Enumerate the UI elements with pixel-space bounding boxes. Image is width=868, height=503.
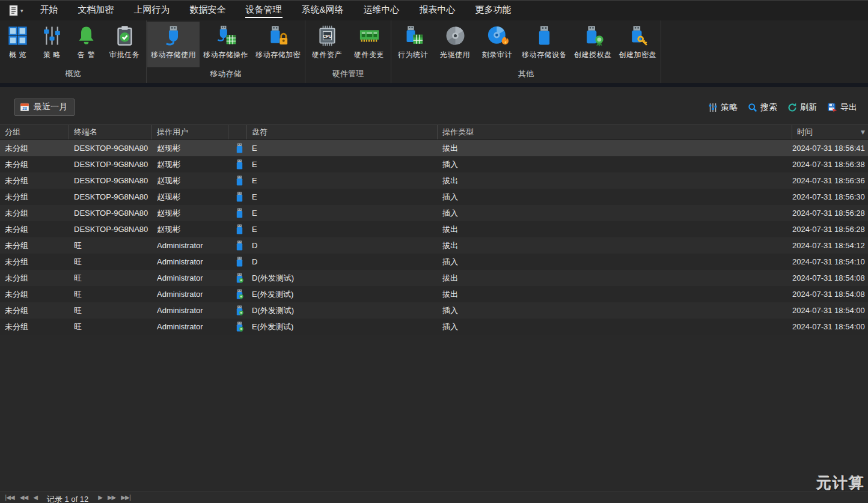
menu-item[interactable]: 上网行为 — [133, 1, 171, 20]
table-row[interactable]: 未分组旺AdministratorE(外发测试)插入2024-07-31 18:… — [0, 319, 868, 335]
table-row[interactable]: 未分组旺AdministratorD插入2024-07-31 18:54:10 — [0, 254, 868, 270]
search-icon — [748, 103, 757, 112]
table-body: 未分组DESKTOP-9G8NA80赵现彬E拔出2024-07-31 18:56… — [0, 140, 868, 335]
table-row[interactable]: 未分组旺AdministratorD(外发测试)插入2024-07-31 18:… — [0, 302, 868, 319]
menu-item[interactable]: 系统&网络 — [301, 1, 344, 20]
table-row[interactable]: 未分组旺AdministratorD拔出2024-07-31 18:54:12 — [0, 237, 868, 254]
search-button[interactable]: 搜索 — [748, 102, 777, 113]
menu-item[interactable]: 开始 — [40, 1, 59, 20]
column-header[interactable]: 分组 — [0, 125, 69, 139]
cell-action: 插入 — [438, 192, 792, 203]
menu-item[interactable]: 文档加密 — [78, 1, 115, 20]
menu-bar: ▾ 开始文档加密上网行为数据安全设备管理系统&网络运维中心报表中心更多功能 — [0, 1, 868, 20]
sort-desc-icon[interactable]: ▼ — [861, 129, 865, 135]
cell-group: 未分组 — [0, 273, 69, 284]
table-row[interactable]: 未分组DESKTOP-9G8NA80赵现彬E拔出2024-07-31 18:56… — [0, 221, 868, 237]
next-button[interactable]: ▶ — [98, 494, 102, 501]
cell-action: 拔出 — [438, 240, 792, 251]
cell-terminal: 旺 — [69, 305, 152, 316]
app-menu-button[interactable]: ▾ — [8, 4, 23, 17]
cell-user: Administrator — [152, 290, 228, 299]
next-fast-button[interactable]: ▶▶ — [108, 494, 115, 501]
export-button[interactable]: 导出 — [827, 102, 857, 113]
cell-group: 未分组 — [0, 322, 69, 332]
disc-burn-icon — [486, 25, 509, 47]
menu-item[interactable]: 数据安全 — [189, 1, 227, 20]
cell-terminal: 旺 — [69, 240, 152, 251]
ribbon-buttons: CPU硬件资产硬件变更 — [306, 20, 390, 67]
pagination-nav-right: ▶▶▶▶▶| — [98, 494, 130, 501]
ribbon-group-label: 移动存储 — [147, 67, 304, 83]
ribbon-button[interactable]: CPU硬件资产 — [306, 22, 348, 67]
column-header-label: 终端名 — [74, 127, 97, 138]
column-header-label: 分组 — [5, 127, 20, 138]
ribbon-button-label: 策 略 — [43, 50, 61, 60]
menu-item[interactable]: 更多功能 — [475, 1, 512, 20]
cell-action: 拔出 — [438, 143, 792, 154]
usb-usage-icon — [162, 25, 185, 47]
table-row[interactable]: 未分组DESKTOP-9G8NA80赵现彬E插入2024-07-31 18:56… — [0, 205, 868, 221]
usb-device-icon — [533, 25, 555, 47]
ribbon-button[interactable]: 行为统计 — [392, 22, 434, 67]
toolbar-action-label: 策略 — [721, 102, 738, 113]
ribbon-button[interactable]: 移动存储加密 — [252, 22, 304, 67]
refresh-button[interactable]: 刷新 — [787, 102, 817, 113]
prev-button[interactable]: ◀ — [33, 494, 37, 501]
table-row[interactable]: 未分组DESKTOP-9G8NA80赵现彬E拔出2024-07-31 18:56… — [0, 172, 868, 189]
cell-user: 赵现彬 — [152, 159, 228, 170]
ribbon-button[interactable]: 告 警 — [69, 22, 103, 67]
toolbar-actions: 策略搜索刷新导出 — [708, 102, 857, 113]
ribbon-button[interactable]: 移动存储操作 — [200, 22, 252, 67]
ribbon-button[interactable]: 概 览 — [1, 22, 35, 67]
cell-action: 拔出 — [438, 273, 792, 284]
cell-terminal: 旺 — [69, 273, 152, 284]
table-row[interactable]: 未分组DESKTOP-9G8NA80赵现彬E拔出2024-07-31 18:56… — [0, 140, 868, 156]
cell-terminal: DESKTOP-9G8NA80 — [69, 225, 152, 234]
policy-button[interactable]: 策略 — [708, 102, 738, 113]
date-filter-label: 最近一月 — [34, 102, 67, 112]
cell-user: 赵现彬 — [152, 224, 228, 235]
ribbon-button[interactable]: 创建加密盘 — [616, 22, 661, 67]
cell-group: 未分组 — [0, 224, 69, 235]
prev-fast-button[interactable]: ◀◀ — [20, 494, 28, 501]
ribbon-button[interactable]: 策 略 — [35, 22, 69, 67]
column-header[interactable]: 时间▼ — [792, 125, 868, 139]
cell-terminal: 旺 — [69, 257, 152, 267]
ribbon-button-label: 审批任务 — [109, 50, 139, 60]
menu-item[interactable]: 运维中心 — [363, 1, 400, 20]
date-range-filter-button[interactable]: 23 最近一月 — [14, 99, 75, 116]
ribbon-button[interactable]: 移动存储设备 — [518, 22, 570, 67]
cell-action: 拔出 — [438, 224, 792, 235]
menu-item[interactable]: 报表中心 — [419, 1, 456, 20]
ribbon-button[interactable]: 光驱使用 — [434, 22, 476, 67]
ribbon-button[interactable]: 刻录审计 — [476, 22, 518, 67]
ribbon-group: 行为统计光驱使用刻录审计移动存储设备创建授权盘创建加密盘其他 — [391, 20, 661, 83]
usb-authorized-drive-icon — [236, 305, 243, 316]
column-header[interactable] — [228, 125, 247, 139]
menu-item[interactable]: 设备管理 — [245, 1, 283, 20]
policy-sliders-icon — [41, 25, 63, 47]
table-row[interactable]: 未分组DESKTOP-9G8NA80赵现彬E插入2024-07-31 18:56… — [0, 156, 868, 172]
cell-action: 插入 — [438, 159, 792, 170]
column-header[interactable]: 盘符 — [247, 125, 438, 139]
table-row[interactable]: 未分组旺AdministratorD(外发测试)拔出2024-07-31 18:… — [0, 270, 868, 286]
ribbon-button[interactable]: 审批任务 — [103, 22, 145, 67]
cell-user: 赵现彬 — [152, 192, 228, 203]
ribbon-button[interactable]: 创建授权盘 — [570, 22, 616, 67]
content-area: 23 最近一月 策略搜索刷新导出 分组终端名操作用户盘符操作类型时间▼ 未分组D… — [0, 87, 868, 503]
cell-terminal: DESKTOP-9G8NA80 — [69, 192, 152, 201]
cell-disk-icon — [228, 289, 247, 299]
last-page-button[interactable]: ▶▶| — [121, 494, 130, 501]
ribbon-button[interactable]: 移动存储使用 — [147, 22, 200, 67]
first-page-button[interactable]: |◀◀ — [5, 494, 14, 501]
cell-time: 2024-07-31 18:56:30 — [792, 192, 868, 201]
table-row[interactable]: 未分组DESKTOP-9G8NA80赵现彬E插入2024-07-31 18:56… — [0, 189, 868, 205]
table-row[interactable]: 未分组旺AdministratorE(外发测试)拔出2024-07-31 18:… — [0, 286, 868, 302]
ribbon-button[interactable]: 硬件变更 — [348, 22, 390, 67]
column-header[interactable]: 操作类型 — [438, 125, 792, 139]
column-header[interactable]: 操作用户 — [152, 125, 228, 139]
cell-action: 插入 — [438, 257, 792, 267]
cell-time: 2024-07-31 18:54:08 — [792, 273, 868, 282]
column-header[interactable]: 终端名 — [69, 125, 152, 139]
cell-terminal: DESKTOP-9G8NA80 — [69, 209, 152, 218]
